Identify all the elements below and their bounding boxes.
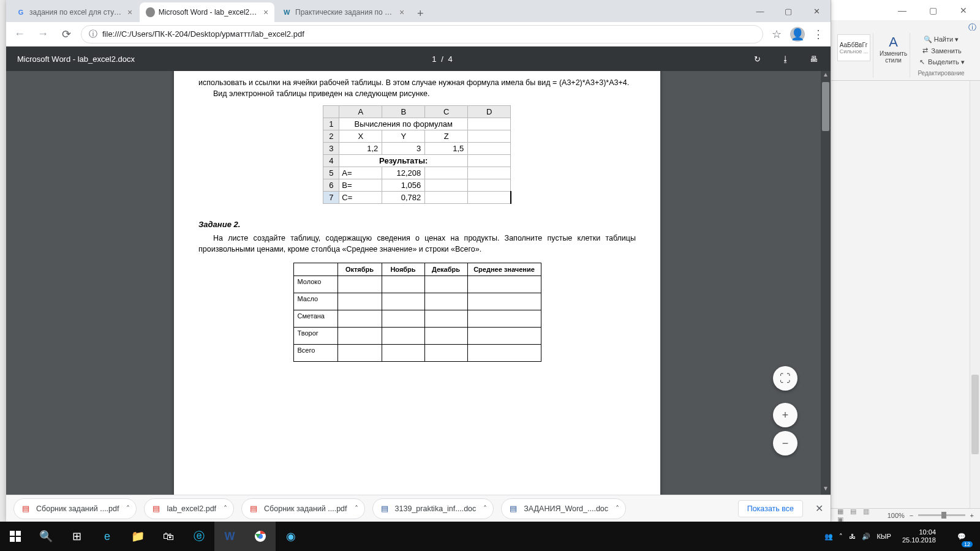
svg-rect-2 [10,537,15,542]
tab-title: задания по excel для студентов [29,8,121,17]
tab-pdf-active[interactable]: Microsoft Word - lab_excel2.docx × [140,2,274,22]
bookmark-star-icon[interactable]: ☆ [769,27,784,42]
search-button[interactable]: 🔍 [31,522,61,551]
pdf-download-button[interactable]: ⭳ [779,53,791,65]
tab-title: Microsoft Word - lab_excel2.docx [159,8,257,17]
network-icon[interactable]: 🖧 [849,533,856,540]
show-all-downloads-button[interactable]: Показать все [738,500,803,517]
downloads-shelf: ▤ Сборник заданий ....pdf ˄ ▤ lab_excel2… [6,495,831,522]
zoom-slider[interactable] [918,514,965,516]
taskbar-app-word[interactable]: W [214,522,245,551]
people-icon[interactable]: 👥 [824,533,833,541]
download-item[interactable]: ▤ 3139_praktika_inf....doc ˄ [372,498,494,519]
clock[interactable]: 10:04 25.10.2018 [897,528,941,544]
download-item[interactable]: ▤ Сборник заданий ....pdf ˄ [13,498,137,519]
omnibox[interactable]: ⓘ file:///C:/Users/ПК-К-204/Desktop/урма… [81,25,763,43]
svg-rect-0 [10,531,15,536]
new-tab-button[interactable]: + [412,5,429,22]
download-item[interactable]: ▤ lab_excel2.pdf ˄ [144,498,234,519]
chrome-menu-icon[interactable]: ⋮ [811,27,826,42]
volume-icon[interactable]: 🔊 [862,533,870,541]
tab-title: Практические задания по Excel [295,8,393,17]
pdf-scrollbar[interactable]: ▲ ▼ [821,71,831,495]
download-item[interactable]: ▤ Сборник заданий ....pdf ˄ [241,498,364,519]
start-button[interactable] [0,522,31,551]
svg-rect-3 [16,537,21,542]
tab-close-icon[interactable]: × [127,7,132,17]
pdf-viewport[interactable]: использовать и ссылки на ячейки рабочей … [6,71,831,495]
pdf-fit-button[interactable]: ⛶ [773,366,797,391]
pdf-title: Microsoft Word - lab_excel2.docx [17,54,135,64]
pdf-toolbar: Microsoft Word - lab_excel2.docx 1 / 4 ↻… [6,47,831,71]
ribbon-group-label-editing: Редактирование [918,70,964,77]
view-buttons[interactable]: ▦ ▤ ▥ ▣ [837,508,883,523]
word-minimize-button[interactable]: — [891,3,914,18]
download-item[interactable]: ▤ ЗАДАНИЯ_Word_....doc ˄ [501,498,626,519]
chrome-close-button[interactable]: ✕ [802,0,831,22]
taskbar-app-store[interactable]: 🛍 [153,522,184,551]
find-icon: 🔍 [924,35,932,43]
url-text: file:///C:/Users/ПК-К-204/Desktop/урматт… [102,29,304,39]
word-maximize-button[interactable]: ▢ [921,3,944,18]
task-text: На листе создайте таблицу, содержащую св… [198,233,636,255]
word-window-partial: — ▢ ✕ ⓘ АаБбВвГг Сильное ... A Изменить … [831,0,980,551]
chevron-up-icon[interactable]: ˄ [224,504,227,513]
chrome-maximize-button[interactable]: ▢ [774,0,802,22]
task-view-button[interactable]: ⊞ [61,522,92,551]
chevron-up-icon[interactable]: ˄ [126,504,130,513]
chrome-minimize-button[interactable]: — [746,0,774,22]
zoom-out-button[interactable]: − [910,512,913,519]
taskbar-app-unknown[interactable]: ◉ [276,522,306,551]
back-button[interactable]: ← [11,26,28,43]
style-gallery-item[interactable]: АаБбВвГг Сильное ... [837,34,870,61]
address-bar: ← → ⟳ ⓘ file:///C:/Users/ПК-К-204/Deskto… [6,22,831,47]
favicon-google: G [16,7,26,17]
word-ribbon: АаБбВвГг Сильное ... A Изменить стили 🔍Н… [831,31,980,81]
word-vertical-scrollbar[interactable] [970,81,980,522]
find-button[interactable]: 🔍Найти ▾ [922,34,960,44]
pdf-page-indicator: 1 / 4 [135,54,751,64]
pdf-print-button[interactable]: 🖶 [807,53,820,65]
favicon-pdf [146,7,155,17]
taskbar-app-ie[interactable]: ⓔ [184,522,214,551]
site-info-icon[interactable]: ⓘ [89,29,97,40]
task-heading: Задание 2. [198,220,636,229]
tab-wordpress[interactable]: W Практические задания по Excel × [276,2,410,22]
tab-google-search[interactable]: G задания по excel для студентов × [10,2,138,22]
action-center-button[interactable]: 💬12 [947,522,976,551]
tab-strip: G задания по excel для студентов × Micro… [6,0,831,22]
zoom-in-button[interactable]: + [970,512,974,519]
select-button[interactable]: ↖Выделить ▾ [916,57,966,67]
tray-chevron-icon[interactable]: ˄ [839,533,843,541]
word-status-bar: ▦ ▤ ▥ ▣ 100% − + [831,508,980,522]
forward-button: → [34,26,51,43]
taskbar-app-edge[interactable]: e [92,522,123,551]
chevron-up-icon[interactable]: ˄ [616,504,619,513]
replace-button[interactable]: ⇄Заменить [919,46,962,56]
language-indicator[interactable]: КЫР [876,533,891,540]
spreadsheet-figure: A B C D 1Вычисления по формулам 2XYZ 31,… [323,105,511,204]
tab-close-icon[interactable]: × [399,7,404,17]
profile-avatar-icon[interactable]: 👤 [790,27,805,42]
taskbar-app-chrome[interactable] [245,522,276,551]
pdf-file-icon: ▤ [20,503,31,514]
chevron-up-icon[interactable]: ˄ [355,504,358,513]
close-downloads-shelf-icon[interactable]: ✕ [815,503,823,514]
change-styles-label[interactable]: Изменить стили [880,50,907,64]
paragraph: использовать и ссылки на ячейки рабочей … [198,77,636,88]
pdf-file-icon: ▤ [248,503,259,514]
taskbar-app-explorer[interactable]: 📁 [123,522,153,551]
chevron-up-icon[interactable]: ˄ [483,504,487,513]
svg-rect-1 [16,531,21,536]
pdf-rotate-button[interactable]: ↻ [751,53,763,65]
pdf-zoom-in-button[interactable]: + [773,403,797,427]
pdf-zoom-out-button[interactable]: − [773,431,797,455]
product-price-table: Октябрь Ноябрь Декабрь Среднее значение … [293,263,541,362]
word-close-button[interactable]: ✕ [952,3,975,18]
zoom-percent[interactable]: 100% [888,512,905,519]
doc-file-icon: ▤ [379,503,390,514]
select-icon: ↖ [918,58,926,66]
reload-button[interactable]: ⟳ [58,26,75,43]
change-styles-icon[interactable]: A [889,34,898,50]
tab-close-icon[interactable]: × [263,7,268,17]
